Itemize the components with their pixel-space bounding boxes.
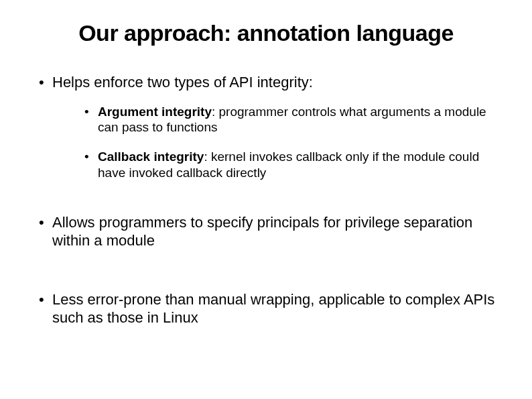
bullet-callback-integrity: Callback integrity: kernel invokes callb… [34,149,498,181]
bullet-less-error-prone: Less error-prone than manual wrapping, a… [34,290,498,327]
bullet-callback-integrity-term: Callback integrity [98,150,204,164]
bullet-api-integrity: Helps enforce two types of API integrity… [34,73,498,92]
slide-title: Our approach: annotation language [34,20,498,46]
bullet-argument-integrity-term: Argument integrity [98,105,212,119]
bullet-principals: Allows programmers to specify principals… [34,213,498,250]
bullet-argument-integrity: Argument integrity: programmer controls … [34,104,498,136]
